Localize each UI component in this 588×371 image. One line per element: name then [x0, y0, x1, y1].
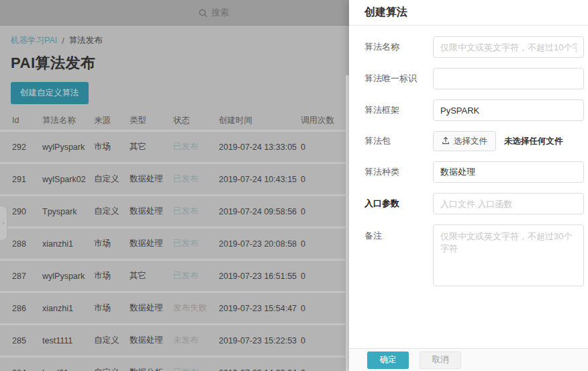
- cell-type: 数据处理: [130, 206, 173, 217]
- page-content: 机器学习PAI / 算法发布 PAI算法发布 创建自定义算法 Id 算法名称 来…: [0, 26, 349, 371]
- algorithm-uid-field-row: 算法唯一标识: [364, 68, 584, 89]
- cell-type: 数据处理: [130, 335, 173, 346]
- cell-created: 2019-07-23 15:54:47: [219, 304, 301, 313]
- cell-source: 自定义: [94, 367, 130, 371]
- table-row[interactable]: 287 wylPyspark 市场 其它 已发布 2019-07-23 16:5…: [0, 259, 349, 291]
- algorithm-table: Id 算法名称 来源 类型 状态 创建时间 调用次数 292 wylPyspar…: [0, 111, 349, 371]
- algorithm-framework-select[interactable]: [433, 99, 584, 121]
- cell-source: 市场: [94, 238, 130, 249]
- cell-status: 未发布: [173, 335, 219, 346]
- page-title: PAI算法发布: [11, 53, 338, 73]
- cell-created: 2019-07-23 16:51:55: [219, 272, 301, 281]
- header-cell-source: 来源: [94, 115, 130, 126]
- cell-name: xianzhi1: [42, 239, 94, 249]
- breadcrumb-current: 算法发布: [69, 35, 103, 46]
- remark-field-row: 备注: [364, 224, 584, 289]
- cell-name: wylSpark02: [42, 175, 94, 184]
- cell-id: 284: [12, 368, 42, 371]
- upload-icon: [442, 136, 450, 147]
- cell-status: 已发布: [173, 206, 219, 217]
- cell-type: 数据分析: [130, 367, 173, 371]
- cell-calls: 0: [301, 207, 348, 216]
- table-row[interactable]: 286 xianzhi1 市场 数据处理 发布失败 2019-07-23 15:…: [0, 291, 349, 323]
- chevron-right-icon: ›: [3, 220, 5, 226]
- top-navbar: 搜索: [0, 0, 349, 26]
- file-status-text: 未选择任何文件: [504, 136, 563, 147]
- header-cell-name: 算法名称: [42, 115, 94, 126]
- entry-params-input[interactable]: [433, 193, 584, 214]
- entry-params-label: 入口参数: [364, 198, 433, 210]
- remark-textarea[interactable]: [433, 224, 584, 286]
- cell-type: 其它: [130, 141, 173, 153]
- header-cell-type: 类型: [130, 115, 173, 126]
- cell-created: 2019-07-24 13:33:05: [219, 142, 301, 152]
- table-row[interactable]: 291 wylSpark02 自定义 数据处理 已发布 2019-07-24 1…: [0, 162, 349, 194]
- cell-name: wylPyspark: [42, 142, 94, 152]
- cell-type: 数据处理: [130, 173, 173, 185]
- cell-type: 数据处理: [130, 238, 173, 249]
- algorithm-framework-label: 算法框架: [364, 104, 433, 116]
- cell-calls: 0: [301, 239, 348, 249]
- header-cell-status: 状态: [173, 115, 219, 126]
- algorithm-name-input[interactable]: [433, 36, 584, 58]
- cell-name: test1111: [42, 336, 94, 345]
- cell-calls: 0: [301, 304, 348, 313]
- table-row[interactable]: 292 wylPyspark 市场 其它 已发布 2019-07-24 13:3…: [0, 130, 349, 162]
- cell-status: 已发布: [173, 270, 219, 282]
- drawer-form: 算法名称 算法唯一标识 算法框架 算法包: [349, 26, 588, 289]
- cell-id: 285: [12, 336, 42, 345]
- cell-status: 已发布: [173, 367, 219, 371]
- algorithm-category-label: 算法种类: [364, 166, 433, 178]
- algorithm-framework-field-row: 算法框架: [364, 99, 584, 121]
- cell-calls: 0: [301, 368, 348, 371]
- choose-file-label: 选择文件: [454, 136, 487, 147]
- cancel-button[interactable]: 取消: [420, 352, 461, 369]
- table-row[interactable]: 290 Tpyspark 自定义 数据处理 已发布 2019-07-24 09:…: [0, 194, 349, 226]
- table-row[interactable]: 285 test1111 自定义 数据处理 未发布 2019-07-23 15:…: [0, 323, 349, 356]
- cell-source: 市场: [94, 270, 130, 282]
- cell-calls: 0: [301, 272, 348, 281]
- algorithm-uid-label: 算法唯一标识: [364, 73, 433, 85]
- cell-id: 291: [12, 175, 42, 184]
- cell-type: 数据处理: [130, 302, 173, 314]
- header-cell-created: 创建时间: [219, 115, 301, 126]
- choose-file-button[interactable]: 选择文件: [433, 131, 496, 151]
- app-screen: 搜索 机器学习PAI / 算法发布 PAI算法发布 创建自定义算法 Id 算法名…: [0, 0, 588, 371]
- cell-type: 其它: [130, 270, 173, 282]
- table-row[interactable]: 284 lcsql01 自定义 数据分析 已发布 2019-07-23 14:3…: [0, 356, 349, 371]
- algorithm-uid-input[interactable]: [433, 68, 584, 89]
- algorithm-package-field-row: 算法包 选择文件 未选择任何文件: [364, 131, 584, 151]
- cell-id: 286: [12, 304, 42, 313]
- cell-status: 已发布: [173, 141, 219, 153]
- cell-source: 自定义: [94, 335, 130, 346]
- cell-created: 2019-07-24 10:43:15: [219, 175, 301, 184]
- algorithm-name-field-row: 算法名称: [364, 36, 584, 58]
- sidebar-expand-handle[interactable]: ›: [0, 206, 7, 241]
- cell-source: 自定义: [94, 206, 130, 217]
- global-search-input[interactable]: 搜索: [199, 0, 229, 26]
- header-cell-id: Id: [12, 116, 42, 125]
- breadcrumb-separator: /: [62, 36, 64, 46]
- table-header-row: Id 算法名称 来源 类型 状态 创建时间 调用次数: [0, 111, 349, 130]
- table-row[interactable]: 288 xianzhi1 市场 数据处理 已发布 2019-07-23 20:0…: [0, 226, 349, 259]
- cell-created: 2019-07-23 14:33:34: [219, 368, 301, 371]
- algorithm-category-select[interactable]: [433, 161, 584, 183]
- confirm-button[interactable]: 确定: [367, 352, 409, 369]
- cell-name: Tpyspark: [42, 207, 94, 216]
- cell-source: 自定义: [94, 173, 130, 185]
- remark-label: 备注: [364, 230, 433, 242]
- cell-created: 2019-07-24 09:58:56: [219, 207, 301, 216]
- cell-id: 287: [12, 272, 42, 281]
- algorithm-package-label: 算法包: [364, 135, 433, 147]
- cell-id: 290: [12, 207, 42, 216]
- drawer-title: 创建算法: [349, 0, 588, 26]
- header-cell-calls: 调用次数: [301, 115, 348, 126]
- breadcrumb-link-ml-pai[interactable]: 机器学习PAI: [11, 35, 57, 46]
- cell-calls: 0: [301, 336, 348, 345]
- cell-created: 2019-07-23 20:08:58: [219, 239, 301, 249]
- create-custom-algorithm-button[interactable]: 创建自定义算法: [11, 82, 89, 104]
- search-icon: [199, 9, 207, 17]
- drawer-footer: 确定 取消: [349, 348, 588, 371]
- cell-status: 已发布: [173, 173, 219, 185]
- create-algorithm-drawer: 创建算法 算法名称 算法唯一标识 算法框架 算法包: [349, 0, 588, 371]
